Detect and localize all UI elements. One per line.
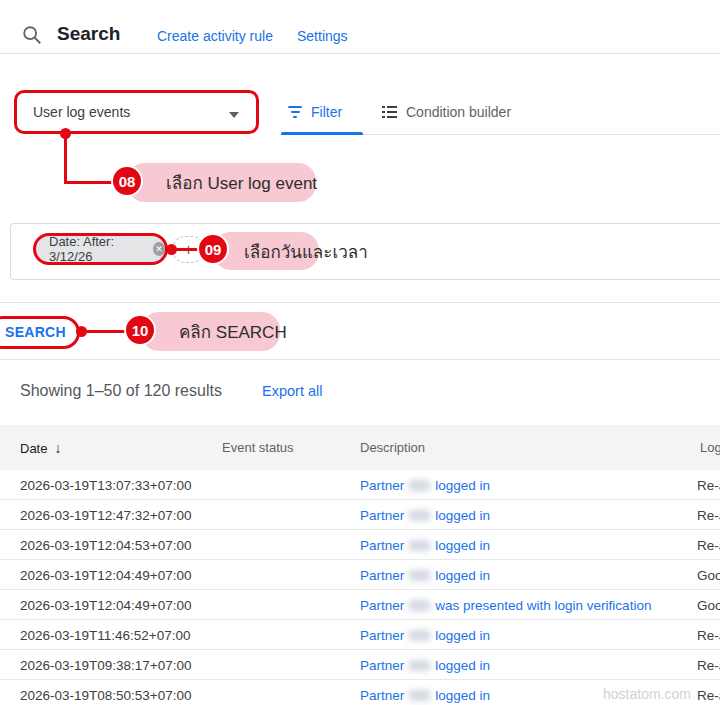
cell-date: 2026-03-19T08:50:53+07:00 (20, 688, 192, 703)
cell-date: 2026-03-19T11:46:52+07:00 (20, 628, 191, 643)
annotation-10-badge: 10 (124, 314, 156, 346)
table-row: 2026-03-19T11:46:52+07:00 Partnerlogged … (0, 620, 720, 650)
annotation-10-anchor-dot (76, 326, 87, 337)
redacted-name (409, 540, 430, 551)
cell-description-link[interactable]: Partnerlogged in (360, 628, 490, 643)
log-source-dropdown[interactable]: User log events (14, 90, 259, 134)
cell-description-link[interactable]: Partnerlogged in (360, 658, 490, 673)
annotation-09-text: เลือกวันและเวลา (244, 238, 368, 265)
cell-login-clipped: Re-a (697, 628, 720, 643)
table-row: 2026-03-19T12:04:53+07:00 Partnerlogged … (0, 530, 720, 560)
cell-login-clipped: Re-a (697, 658, 720, 673)
cell-login-clipped: Re-a (697, 478, 720, 493)
date-filter-chip-label: Date: After: 3/12/26 (49, 234, 146, 264)
redacted-name (409, 480, 430, 491)
column-header-description: Description (360, 440, 425, 455)
section-divider (0, 302, 720, 303)
log-source-dropdown-value: User log events (33, 104, 130, 120)
tab-filter-label: Filter (311, 104, 342, 120)
watermark: hostatom.com (603, 686, 691, 702)
search-icon (21, 24, 43, 46)
cell-date: 2026-03-19T12:04:49+07:00 (20, 568, 192, 583)
column-header-login-clipped: Logi (700, 440, 720, 455)
cell-login-clipped: Goo (697, 598, 720, 613)
app-header: Search Create activity rule Settings (0, 0, 720, 54)
cell-date: 2026-03-19T13:07:33+07:00 (20, 478, 192, 493)
cell-description-link[interactable]: Partnerlogged in (360, 508, 490, 523)
redacted-name (409, 630, 430, 641)
annotation-09-number: 09 (205, 241, 222, 258)
redacted-name (409, 570, 430, 581)
annotation-09-badge: 09 (197, 233, 229, 265)
tab-condition-builder-label: Condition builder (406, 104, 511, 120)
cell-date: 2026-03-19T12:04:53+07:00 (20, 538, 192, 553)
export-all-link[interactable]: Export all (262, 383, 322, 399)
cell-description-link[interactable]: Partnerlogged in (360, 568, 490, 583)
column-header-date[interactable]: Date↓ (20, 440, 61, 456)
annotation-09-anchor-dot (166, 244, 177, 255)
annotation-10-bubble: คลิก SEARCH (141, 312, 280, 351)
table-row: 2026-03-19T12:04:49+07:00 Partnerlogged … (0, 560, 720, 590)
search-button[interactable]: SEARCH (5, 324, 66, 340)
tab-filter[interactable]: Filter (288, 104, 342, 120)
cell-description-link[interactable]: Partnerwas presented with login verifica… (360, 598, 651, 613)
cell-login-clipped: Re-a (697, 688, 720, 703)
page-title: Search (57, 23, 120, 45)
annotation-08-connector-v (64, 132, 67, 184)
results-summary: Showing 1–50 of 120 results (20, 382, 222, 400)
tab-condition-builder[interactable]: Condition builder (382, 104, 511, 120)
cell-login-clipped: Goo (697, 568, 720, 583)
annotation-09-bubble: เลือกวันและเวลา (213, 232, 319, 270)
cell-description-link[interactable]: Partnerlogged in (360, 688, 490, 703)
date-filter-chip[interactable]: Date: After: 3/12/26 ✕ (33, 233, 168, 265)
annotation-08-badge: 08 (111, 165, 143, 197)
tab-bar-divider (363, 134, 720, 135)
cell-login-clipped: Re-a (697, 538, 720, 553)
annotation-08-bubble: เลือก User log event (127, 163, 316, 202)
redacted-name (409, 690, 430, 701)
redacted-name (409, 660, 430, 671)
annotation-08-number: 08 (119, 173, 136, 190)
annotation-10-text: คลิก SEARCH (179, 318, 287, 345)
table-row: 2026-03-19T09:38:17+07:00 Partnerlogged … (0, 650, 720, 680)
annotation-08-anchor-dot (60, 128, 71, 139)
cell-date: 2026-03-19T09:38:17+07:00 (20, 658, 192, 673)
redacted-name (409, 600, 430, 611)
chevron-down-icon (229, 112, 239, 118)
table-header: Date↓ Event status Description Logi (0, 425, 720, 470)
condition-builder-icon (382, 106, 397, 118)
settings-link[interactable]: Settings (297, 28, 348, 44)
chip-remove-icon[interactable]: ✕ (153, 242, 165, 256)
filter-icon (288, 106, 302, 118)
table-row: 2026-03-19T13:07:33+07:00 Partnerlogged … (0, 470, 720, 500)
cell-description-link[interactable]: Partnerlogged in (360, 538, 490, 553)
sort-desc-icon: ↓ (54, 440, 61, 456)
table-row: 2026-03-19T12:47:32+07:00 Partnerlogged … (0, 500, 720, 530)
section-divider (0, 359, 720, 360)
table-row: 2026-03-19T12:04:49+07:00 Partnerwas pre… (0, 590, 720, 620)
cell-login-clipped: Re-a (697, 508, 720, 523)
column-header-event-status: Event status (222, 440, 294, 455)
cell-date: 2026-03-19T12:47:32+07:00 (20, 508, 192, 523)
redacted-name (409, 510, 430, 521)
cell-description-link[interactable]: Partnerlogged in (360, 478, 490, 493)
active-tab-underline (281, 132, 363, 135)
cell-date: 2026-03-19T12:04:49+07:00 (20, 598, 192, 613)
annotation-10-number: 10 (132, 322, 149, 339)
annotation-08-text: เลือก User log event (166, 169, 317, 196)
create-activity-rule-link[interactable]: Create activity rule (157, 28, 273, 44)
